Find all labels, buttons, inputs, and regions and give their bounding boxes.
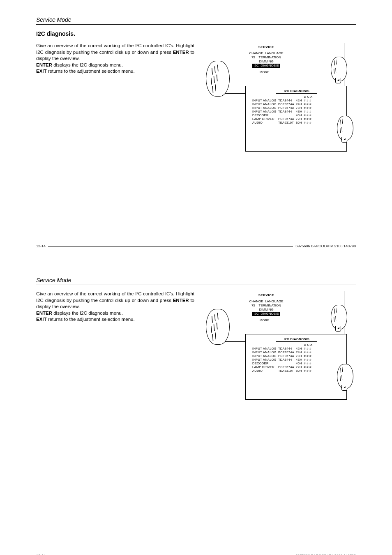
diag-dca: D C A [304, 95, 314, 99]
footer-right: 5975696 BARCODATA 2100 140798 [295, 244, 356, 248]
c3: 40H [296, 362, 304, 365]
hash-icon: // [337, 375, 344, 382]
c1: INPUT ANALOG [252, 102, 278, 106]
body-text: Give an overview of the correct working … [36, 291, 194, 323]
c3: 4EH [296, 358, 304, 362]
page-header: Service Mode [36, 16, 356, 25]
page-header: Service Mode [36, 277, 356, 285]
screen-oval-right-top: // // [331, 305, 347, 329]
c4: # # # [304, 99, 314, 102]
footer-left: 12-14 [36, 244, 46, 248]
diag-header-row: D C A [252, 343, 314, 347]
c3: 72H [296, 365, 304, 369]
hash-icon: // [332, 307, 338, 315]
body-p1a: Give an overview of the correct working … [36, 291, 194, 303]
c3: 74H [296, 102, 304, 106]
c4: # # # [304, 362, 314, 365]
c4: # # # [304, 369, 314, 373]
body-p1a: Give an overview of the correct working … [36, 43, 194, 55]
body-p3b: returns to the adjustment selection menu… [47, 69, 135, 74]
diag-row: LAMP DRIVERPCF8574A72H# # # [252, 117, 314, 121]
c3: 40H [296, 113, 304, 117]
body-p3a: EXIT [36, 69, 47, 74]
c3: 42H [296, 99, 304, 102]
diag-row: INPUT ANALOGTDA84444EH# # # [252, 110, 314, 113]
hash-icon: // [331, 315, 338, 323]
diagram: /// /// // // // // // ◢ ◢ SERVICE CHANG… [207, 291, 356, 402]
body-p2b: displays the I2C diagnosis menu. [52, 311, 123, 315]
c3: 72H [296, 117, 304, 121]
body-p3b: returns to the adjustment selection menu… [47, 317, 135, 322]
c2 [278, 113, 296, 117]
c1: DECODER [252, 113, 278, 117]
hash-icon: // [209, 83, 219, 94]
c4: # # # [304, 354, 314, 358]
c1: INPUT ANALOG [252, 106, 278, 110]
menu-dimming: DIMMING [238, 60, 295, 64]
section-title: I2C diagnosis. [36, 30, 356, 37]
footer-rule [48, 246, 293, 246]
c3: 4EH [296, 110, 304, 113]
menu-75: 75 [251, 304, 255, 307]
diagnosis-panel: I2C DIAGNOSIS D C A INPUT ANALOGTDA84444… [251, 89, 343, 124]
c3: 78H [296, 106, 304, 110]
body-enter1: ENTER [173, 298, 189, 303]
hash-icon: // [337, 127, 344, 134]
diagram: /// /// // // // // // ◢ ◢ SERVICE CHANG… [207, 43, 356, 154]
menu-change-language: CHANGE LANGUAGE [238, 299, 295, 304]
body-p3a: EXIT [36, 317, 47, 322]
screen-oval-left: /// /// // [206, 309, 230, 345]
diag-row: LAMP DRIVERPCF8574A72H# # # [252, 365, 314, 369]
c4: # # # [304, 365, 314, 369]
menu-75: 75 [251, 55, 255, 59]
c2: PCF8574A [278, 102, 296, 106]
menu-highlight-label: I2C DIAGNOSIS [252, 312, 280, 316]
menu-change-language: CHANGE LANGUAGE [238, 51, 295, 55]
c1: AUDIO [252, 369, 278, 373]
diag-row: INPUT ANALOGPCF8574A74H# # # [252, 350, 314, 354]
body-p2b: displays the I2C diagnosis menu. [52, 62, 123, 67]
c2: TDA8444 [278, 110, 296, 113]
notch-icon: ◢ [341, 385, 347, 391]
menu-more: MORE ... [238, 70, 295, 74]
menu-i2c-highlight: I2C DIAGNOSIS [238, 312, 295, 316]
c1: INPUT ANALOG [252, 358, 278, 362]
diag-row: DECODER40H# # # [252, 113, 314, 117]
c3: 80H [296, 369, 304, 373]
body-text: Give an overview of the correct working … [36, 43, 194, 75]
c4: # # # [304, 358, 314, 362]
menu-termination-label: TERMINATION [259, 55, 281, 59]
c1: INPUT ANALOG [252, 99, 278, 102]
c3: 78H [296, 354, 304, 358]
c4: # # # [304, 106, 314, 110]
c4: # # # [304, 350, 314, 354]
diagnosis-panel: I2C DIAGNOSIS D C A INPUT ANALOGTDA84444… [251, 337, 343, 373]
diagnosis-title: I2C DIAGNOSIS [276, 89, 317, 94]
c1: INPUT ANALOG [252, 110, 278, 113]
hash-icon: // [332, 59, 338, 67]
service-menu: SERVICE CHANGE LANGUAGE 75 TERMINATION D… [238, 293, 295, 322]
hash-icon: // [331, 67, 338, 75]
c1: AUDIO [252, 121, 278, 124]
page-2: Service Mode Give an overview of the cor… [0, 260, 392, 555]
menu-termination-label: TERMINATION [259, 304, 281, 307]
c2: TEA6310T [278, 369, 296, 373]
service-menu-title: SERVICE [256, 293, 277, 298]
c4: # # # [304, 347, 314, 350]
diag-row: DECODER40H# # # [252, 362, 314, 365]
hash-icon: // [209, 331, 219, 342]
body-enter1: ENTER [173, 50, 189, 55]
notch-icon: ◢ [335, 326, 341, 332]
c2: PCF8574A [278, 106, 296, 110]
c2: TEA6310T [278, 121, 296, 124]
c2: TDA8444 [278, 358, 296, 362]
diag-row: INPUT ANALOGTDA844442H# # # [252, 99, 314, 102]
c4: # # # [304, 110, 314, 113]
c3: 74H [296, 350, 304, 354]
footer: 12-14 5975696 BARCODATA 2100 140798 [36, 244, 356, 248]
content-row: Give an overview of the correct working … [36, 291, 356, 402]
diag-row: INPUT ANALOGTDA844442H# # # [252, 347, 314, 350]
notch-icon: ◢ [341, 137, 347, 143]
diag-row: AUDIOTEA6310T80H# # # [252, 369, 314, 373]
c3: 42H [296, 347, 304, 350]
